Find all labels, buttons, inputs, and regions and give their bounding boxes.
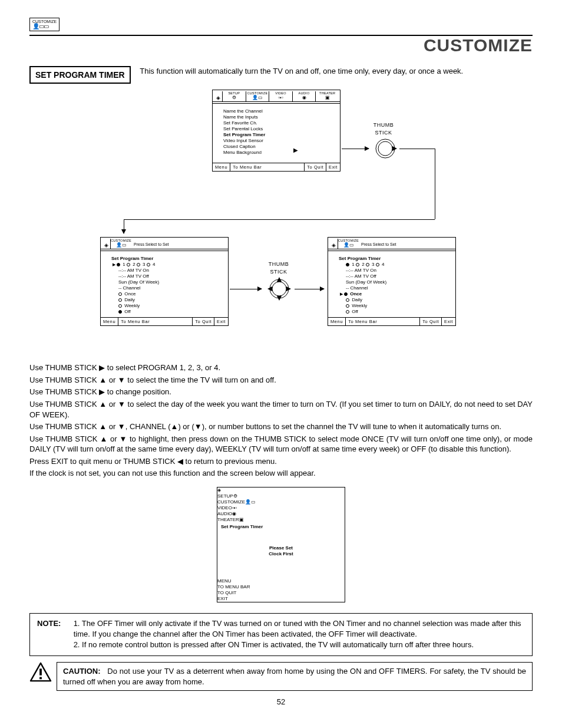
timer-mode: Daily: [339, 297, 449, 303]
menu-item: Video Input Sensor: [219, 138, 334, 144]
connector-h1: [399, 149, 435, 149]
caution-text: Do not use your TV as a deterrent when a…: [63, 667, 526, 686]
instruction-line: Use THUMB STICK ▲ or ▼, CHANNEL (▲) or (…: [29, 421, 533, 432]
instructions-block: Use THUMB STICK ▶ to select PROGRAM 1, 2…: [29, 363, 533, 478]
arrow-into-menu2: [124, 219, 124, 233]
clock-msg-2: Clock First: [217, 551, 345, 557]
menu-item: Set Program Timer: [219, 132, 334, 138]
tv-menu-timer-1: ◈ CUSTOMIZE👤▭ Press Select to Set Set Pr…: [100, 237, 229, 326]
top-customize-chip: CUSTOMIZE 👤▭▭: [29, 18, 59, 31]
clock-menu-title: Set Program Timer: [217, 523, 345, 530]
menu-body: Name the ChannelName the InputsSet Favor…: [213, 106, 340, 163]
footer-quit: To Quit: [420, 318, 442, 325]
footer-menu: Menu: [328, 318, 346, 325]
top-chip-glyph: 👤▭▭: [32, 23, 48, 29]
timer-line: Sun (Day Of Week): [111, 279, 222, 285]
note-label: NOTE:: [37, 618, 71, 629]
footer-bar: TO MENU BAR: [217, 584, 345, 590]
thumb-label-2: THUMB STICK: [264, 261, 293, 275]
diagram-area: ◈ SETUP⚙ CUSTOMIZE👤▭ VIDEO▫▪▫ AUDIO◉ THE…: [29, 90, 533, 361]
svg-point-3: [270, 279, 289, 298]
footer-quit: TO QUIT: [217, 590, 345, 596]
instruction-line: Use THUMB STICK ▶ to select PROGRAM 1, 2…: [29, 363, 533, 373]
footer-bar: To Menu Bar: [118, 318, 193, 325]
menu-item: Name the Inputs: [219, 114, 334, 120]
tab-video: VIDEO: [217, 505, 232, 510]
thumb-stick-icon-2: [265, 275, 293, 303]
footer-quit: To Quit: [193, 318, 214, 325]
tv-menu-timer-2: ◈ CUSTOMIZE👤▭ Press Select to Set Set Pr…: [328, 237, 456, 326]
instruction-line: Use THUMB STICK ▲ or ▼ to select the day…: [29, 399, 533, 420]
timer-line: --:-- AM TV On: [339, 268, 449, 274]
page-number: 52: [29, 697, 533, 707]
svg-point-0: [376, 139, 395, 158]
timer-mode: Daily: [111, 297, 222, 303]
submenu-header-2: Press Select to Set: [359, 241, 454, 249]
menu-item: Set Favorite Ch.: [219, 120, 334, 126]
timer-mode: Weekly: [339, 303, 449, 309]
caution-box: CAUTION: Do not use your TV as a deterre…: [57, 662, 533, 691]
svg-rect-10: [39, 668, 42, 675]
thumb-stick-icon-1: [371, 134, 399, 163]
svg-rect-11: [39, 677, 42, 680]
note-item-1: 1. The OFF Timer will only activate if t…: [74, 619, 521, 638]
menu-item: Menu Background: [219, 150, 334, 156]
footer-bar: To Menu Bar: [346, 318, 420, 325]
footer-exit: Exit: [326, 163, 340, 171]
note-item-2: 2. If no remote control button is presse…: [74, 640, 474, 649]
timer-line: -- Channel: [339, 285, 449, 291]
clock-msg-1: Please Set: [217, 545, 345, 551]
menu1-pointer-icon: ▶: [293, 146, 298, 154]
timer-line: --:-- AM TV Off: [339, 274, 449, 279]
tv-menu-clock-warning: ◈ SETUP⚙ CUSTOMIZE👤▭ VIDEO▫▪▫ AUDIO◉ THE…: [217, 487, 345, 602]
svg-point-4: [272, 282, 286, 296]
connector-h2: [124, 219, 435, 220]
connector-v1: [435, 149, 435, 219]
menu-footer: Menu To Menu Bar To Quit Exit: [213, 163, 340, 171]
menu-tabs: ◈ SETUP⚙ CUSTOMIZE👤▭ VIDEO▫▪▫ AUDIO◉ THE…: [213, 90, 340, 102]
timer-line: --:-- AM TV On: [111, 268, 222, 274]
section-title-box: SET PROGRAM TIMER: [29, 66, 131, 84]
arrow-thumb-to-menu3: [295, 289, 324, 289]
timer-line: Sun (Day Of Week): [339, 279, 449, 285]
timer-mode: Weekly: [111, 303, 222, 309]
footer-exit: Exit: [442, 318, 455, 325]
svg-point-1: [378, 141, 392, 156]
page-title: CUSTOMIZE: [29, 34, 533, 58]
timer-title: Set Program Timer: [111, 256, 222, 262]
instruction-line: Use THUMB STICK ▶ to change position.: [29, 387, 533, 397]
timer-line: -- Channel: [111, 285, 222, 291]
footer-exit: EXIT: [217, 596, 345, 602]
tab-theater: THEATER: [217, 517, 239, 522]
menu-item: Set Parental Locks: [219, 126, 334, 132]
timer-mode: Once: [111, 291, 222, 297]
tab-setup: SETUP: [217, 493, 233, 499]
timer-slots: 1 2 3 4: [339, 262, 449, 268]
instruction-line: Use THUMB STICK ▲ or ▼ to select the tim…: [29, 375, 533, 386]
timer-title: Set Program Timer: [339, 256, 449, 262]
instruction-line: Use THUMB STICK ▲ or ▼ to highlight, the…: [29, 434, 533, 454]
menu-item: Name the Channel: [219, 108, 334, 114]
caution-label: CAUTION:: [63, 667, 101, 676]
timer-slots: ▶ 1 2 3 4: [111, 262, 222, 268]
caution-triangle-icon: [29, 662, 52, 685]
thumb-label-1: THUMB STICK: [369, 121, 398, 136]
tab-customize: CUSTOMIZE: [217, 499, 245, 505]
timer-mode: Off: [339, 309, 449, 315]
tv-menu-main: ◈ SETUP⚙ CUSTOMIZE👤▭ VIDEO▫▪▫ AUDIO◉ THE…: [212, 90, 340, 172]
footer-exit: Exit: [214, 318, 228, 325]
timer-mode: ▶ Once: [339, 291, 449, 297]
section-description: This function will automatically turn th…: [140, 66, 463, 77]
submenu-header-1: Press Select to Set: [131, 241, 227, 249]
arrow-menu1-to-thumb: [342, 149, 369, 149]
note-box: NOTE: 1. The OFF Timer will only activat…: [29, 613, 533, 656]
timer-mode: Off: [111, 309, 222, 315]
footer-quit: To Quit: [305, 163, 326, 171]
menu-item: Closed Caption: [219, 144, 334, 150]
footer-menu: Menu: [101, 318, 118, 325]
tab-audio: AUDIO: [217, 511, 232, 516]
timer-line: --:-- AM TV Off: [111, 274, 222, 279]
footer-menu: MENU: [217, 578, 345, 584]
footer-menu: Menu: [213, 163, 230, 171]
caution-row: CAUTION: Do not use your TV as a deterre…: [29, 662, 533, 691]
